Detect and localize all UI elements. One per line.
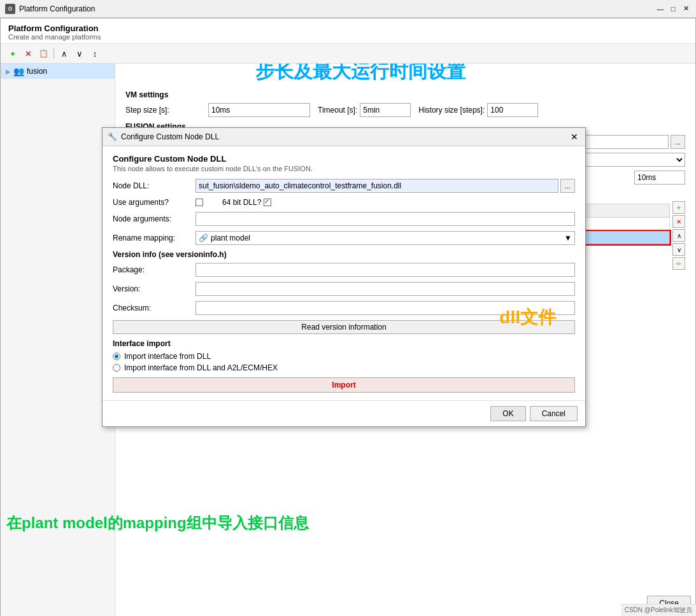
node-arguments-label: Node arguments:	[113, 214, 195, 223]
window-header: Platform Configuration Create and manage…	[1, 18, 695, 44]
configure-dll-dialog: 🔧 Configure Custom Node DLL ✕ Configure …	[102, 127, 586, 427]
interface-import-section: Interface import Import interface from D…	[113, 339, 575, 393]
version-label: Version:	[113, 284, 195, 293]
copy-button[interactable]: 📋	[36, 46, 50, 60]
history-input[interactable]	[487, 103, 538, 117]
toolbar: + ✕ 📋 ∧ ∨ ↕	[1, 44, 695, 64]
step-annotation: 步长及最大运行时间设置	[255, 64, 465, 85]
radio-import-dll-a2l-label: Import interface from DLL and A2L/ECM/HE…	[124, 363, 278, 372]
fusion-step-size-input[interactable]	[634, 171, 685, 185]
bit64-checkbox[interactable]	[264, 199, 271, 206]
timeout-input[interactable]	[360, 103, 411, 117]
node-arguments-row: Node arguments:	[113, 212, 575, 226]
use-arguments-row: Use arguments? 64 bit DLL?	[113, 198, 575, 207]
radio-row-1[interactable]: Import interface from DLL	[113, 352, 575, 361]
version-section-title: Version info (see versioninfo.h)	[113, 250, 575, 259]
table-remove-button[interactable]: ✕	[672, 215, 685, 228]
rename-mapping-label: Rename mapping:	[113, 234, 195, 242]
sidebar: ▶ 👥 fusion	[1, 64, 115, 616]
maximize-button[interactable]: □	[668, 4, 678, 14]
ok-button[interactable]: OK	[490, 406, 525, 421]
read-version-button[interactable]: Read version information	[113, 320, 575, 334]
use-arguments-label: Use arguments?	[113, 198, 195, 207]
dialog-titlebar: 🔧 Configure Custom Node DLL ✕	[103, 128, 585, 146]
sidebar-item-label: fusion	[27, 67, 47, 76]
node-dll-browse-button[interactable]: ...	[560, 179, 575, 193]
node-arguments-input[interactable]	[195, 212, 575, 226]
table-down-button[interactable]: ∨	[672, 243, 685, 256]
add-button[interactable]: +	[6, 46, 20, 60]
rename-mapping-row: Rename mapping: 🔗 plant model ▼	[113, 231, 575, 245]
bit64-label: 64 bit DLL?	[222, 198, 261, 207]
dialog-section-title: Configure Custom Node DLL	[113, 154, 575, 164]
node-dll-row: Node DLL: ...	[113, 179, 575, 193]
package-row: Package:	[113, 263, 575, 277]
sort-button[interactable]: ↕	[88, 46, 102, 60]
import-button[interactable]: Import	[113, 377, 575, 393]
minimize-button[interactable]: —	[655, 4, 665, 14]
remove-button[interactable]: ✕	[21, 46, 35, 60]
move-down-button[interactable]: ∨	[73, 46, 87, 60]
dialog-footer: OK Cancel	[103, 400, 585, 426]
vm-settings-section: VM settings Step size [s]: Timeout [s]: …	[125, 90, 685, 117]
table-edit-button[interactable]: ✏	[672, 257, 685, 270]
dialog-close-button[interactable]: ✕	[569, 131, 580, 143]
timeout-label: Timeout [s]:	[318, 106, 357, 115]
close-button[interactable]: ✕	[681, 4, 691, 14]
use-arguments-checkbox[interactable]	[195, 199, 203, 206]
step-size-input[interactable]	[208, 103, 310, 117]
title-bar: ⚙ Platform Configuration — □ ✕	[0, 0, 696, 18]
working-dir-browse-button[interactable]: ...	[671, 135, 685, 149]
vm-settings-title: VM settings	[125, 90, 685, 99]
package-input[interactable]	[195, 263, 575, 277]
status-bar: CSDN @Polelink驾驶员	[621, 604, 696, 616]
rename-mapping-chevron-icon: ▼	[564, 234, 572, 242]
dialog-body: Configure Custom Node DLL This node allo…	[103, 146, 585, 400]
radio-import-dll-label: Import interface from DLL	[124, 352, 211, 361]
checksum-input[interactable]	[195, 301, 575, 315]
package-label: Package:	[113, 265, 195, 274]
table-up-button[interactable]: ∧	[672, 229, 685, 242]
radio-row-2[interactable]: Import interface from DLL and A2L/ECM/HE…	[113, 363, 575, 372]
window-subtitle: Create and manage platforms	[8, 33, 688, 41]
history-label: History size [steps]:	[418, 106, 485, 115]
dialog-subtitle: This node allows to execute custom node …	[113, 165, 575, 172]
sidebar-item-fusion[interactable]: ▶ 👥 fusion	[1, 64, 115, 79]
radio-import-dll-a2l[interactable]	[113, 364, 120, 372]
rename-mapping-icon: 🔗	[199, 234, 208, 242]
interface-section-title: Interface import	[113, 339, 575, 348]
version-row: Version:	[113, 282, 575, 296]
rename-mapping-select[interactable]: 🔗 plant model ▼	[195, 231, 575, 245]
table-add-button[interactable]: +	[672, 201, 685, 214]
app-icon: ⚙	[5, 4, 15, 14]
version-input[interactable]	[195, 282, 575, 296]
node-dll-input[interactable]	[195, 179, 558, 193]
step-size-label: Step size [s]:	[125, 106, 208, 115]
move-up-button[interactable]: ∧	[57, 46, 71, 60]
radio-import-dll[interactable]	[113, 353, 120, 360]
dialog-title: 🔧 Configure Custom Node DLL	[108, 132, 219, 141]
main-window: Platform Configuration Create and manage…	[0, 18, 696, 616]
checksum-row: Checksum:	[113, 301, 575, 315]
window-title: Platform Configuration	[8, 24, 688, 33]
version-info-section: Version info (see versioninfo.h) Package…	[113, 250, 575, 334]
rename-mapping-value: plant model	[211, 234, 250, 242]
node-dll-label: Node DLL:	[113, 181, 195, 190]
dialog-icon: 🔧	[108, 132, 117, 141]
title-bar-title: Platform Configuration	[19, 4, 95, 13]
step-size-row: Step size [s]: Timeout [s]: History size…	[125, 103, 685, 117]
cancel-button[interactable]: Cancel	[530, 406, 578, 421]
fusion-icon: 👥	[13, 66, 24, 76]
radio-group: Import interface from DLL Import interfa…	[113, 352, 575, 372]
checksum-label: Checksum:	[113, 304, 195, 312]
table-actions: + ✕ ∧ ∨ ✏	[672, 201, 685, 270]
separator	[53, 48, 54, 59]
